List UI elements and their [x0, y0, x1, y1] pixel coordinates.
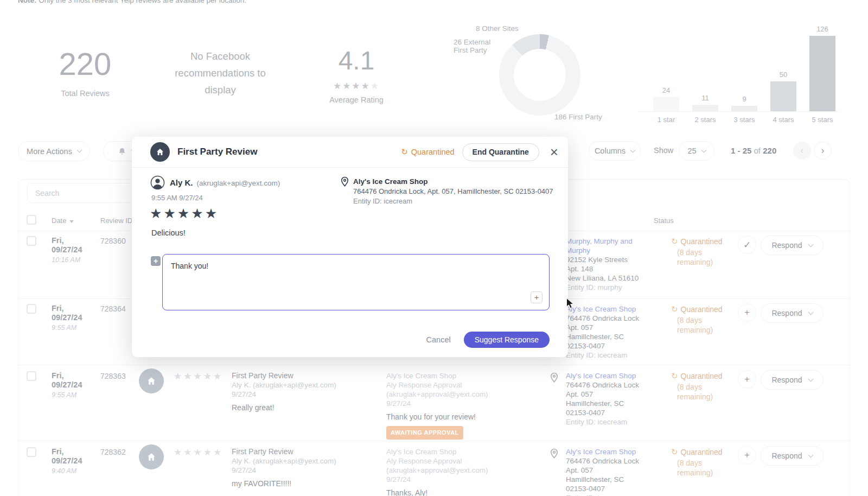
response-date: 9/27/24: [386, 475, 527, 484]
location-link[interactable]: Aly's Ice Cream Shop: [566, 448, 636, 456]
row-checkbox[interactable]: [27, 371, 36, 381]
review-text: my FAVORITE!!!!!: [232, 479, 367, 488]
response-location: Aly's Ice Cream Shop: [386, 371, 527, 380]
row-time: 10:16 AM: [52, 256, 80, 264]
row-time: 9:55 AM: [52, 391, 76, 399]
modal-title: First Party Review: [177, 147, 393, 157]
next-page-button[interactable]: ›: [814, 142, 832, 160]
bar-value-label: 126: [816, 25, 828, 33]
pagination-range: 1 - 25 of 220: [731, 146, 776, 155]
respond-button[interactable]: Respond: [761, 446, 824, 466]
add-response-button[interactable]: +: [738, 370, 756, 389]
quarantine-sync-icon: ↻: [671, 447, 678, 457]
chevron-left-icon: ‹: [801, 145, 804, 156]
row-checkbox[interactable]: [27, 447, 36, 457]
bar-category-label: 2 stars: [692, 116, 718, 124]
add-response-button[interactable]: +: [738, 446, 756, 465]
home-icon: [155, 147, 165, 157]
response-approver: Aly Response Approval: [386, 456, 527, 466]
row-checkbox[interactable]: [27, 236, 36, 246]
first-party-review-icon: [150, 142, 170, 162]
response-textarea[interactable]: Thank you!: [162, 254, 550, 310]
bar-value-label: 11: [701, 94, 709, 102]
suggest-response-button[interactable]: Suggest Response: [464, 332, 550, 348]
review-rating-stars: ★★★★★: [150, 206, 219, 221]
respond-button[interactable]: Respond: [761, 236, 824, 255]
first-party-review-modal: First Party Review ↻ Quarantined End Qua…: [132, 137, 568, 357]
response-location: Aly's Ice Cream Shop: [386, 447, 527, 456]
status-remaining: (8 days remaining): [677, 458, 723, 478]
response-text: Thanks, Aly!: [386, 488, 527, 496]
chevron-down-icon: [76, 148, 82, 153]
reviews-source-donut-chart: [499, 34, 580, 116]
average-rating-stars: ★★★★★: [318, 80, 394, 92]
bar-rect: [809, 36, 835, 111]
row-status: ↻Quarantined (8 days remaining): [671, 237, 723, 267]
sort-desc-icon: [69, 220, 74, 223]
chevron-down-icon: [808, 376, 813, 381]
reviewer-name: Aly K.(akruglak+api@yext.com): [170, 178, 280, 187]
add-content-button[interactable]: +: [531, 291, 542, 303]
review-text: Delicious!: [151, 228, 186, 237]
status-remaining: (8 days remaining): [677, 382, 723, 402]
review-type: First Party Review: [232, 371, 367, 380]
row-checkbox[interactable]: [27, 304, 36, 314]
location-link[interactable]: Aly's Ice Cream Shop: [566, 305, 636, 313]
page-size-select[interactable]: 25: [679, 141, 714, 161]
review-type: First Party Review: [232, 447, 367, 456]
location-link[interactable]: Murphy, Murphy and Murphy: [566, 237, 633, 255]
row-review: First Party Review Aly K. (akruglak+api@…: [232, 447, 367, 488]
row-location: Aly's Ice Cream Shop 764476 Ondricka Loc…: [566, 447, 653, 496]
respond-button[interactable]: Respond: [761, 370, 824, 390]
respond-button[interactable]: Respond: [761, 303, 824, 323]
bar-5-stars: 126: [809, 22, 835, 111]
donut-label-external-first-party: 26 External First Party: [454, 38, 490, 54]
location-entity-id: Entity ID: icecream: [353, 197, 412, 205]
row-location: Aly's Ice Cream Shop 764476 Ondricka Loc…: [566, 371, 653, 427]
check-icon: ✓: [743, 239, 751, 251]
reviewer-avatar: [150, 175, 165, 190]
location-name: Aly's Ice Cream Shop: [353, 177, 428, 186]
response-text: Thank you for your review!: [386, 412, 527, 422]
bar-rect: [731, 106, 757, 111]
insert-template-icon[interactable]: +: [151, 256, 161, 266]
column-header-date[interactable]: Date: [52, 217, 74, 225]
donut-label-other-sites: 8 Other Sites: [476, 24, 519, 33]
total-reviews-value: 220: [42, 46, 129, 82]
select-all-checkbox[interactable]: [27, 215, 36, 225]
row-review-id: 728362: [100, 448, 126, 456]
location-entity-id: Entity ID: icecream: [566, 351, 653, 360]
bar-rect: [692, 105, 718, 111]
location-address: 764476 Ondricka Lock, Apt. 057, Hamillch…: [353, 187, 553, 195]
cancel-button[interactable]: Cancel: [426, 335, 451, 344]
columns-button[interactable]: Columns: [589, 141, 641, 161]
bar-2-stars: 11: [692, 22, 718, 111]
review-timestamp: 9:55 AM 9/27/24: [151, 194, 203, 202]
column-header-review-id[interactable]: Review ID: [100, 217, 132, 225]
responded-check-button[interactable]: ✓: [738, 236, 756, 254]
status-label: Quarantined: [681, 371, 723, 381]
modal-footer: Cancel Suggest Response: [426, 332, 550, 348]
row-date: Fri, 09/27/24: [52, 304, 82, 322]
add-response-button[interactable]: +: [738, 303, 756, 322]
status-label: Quarantined: [681, 237, 723, 246]
row-location: Murphy, Murphy and Murphy 92152 Kyle Str…: [566, 237, 653, 292]
location-link[interactable]: Aly's Ice Cream Shop: [566, 372, 636, 380]
bar-rect: [770, 81, 796, 111]
bar-chart-category-labels: 1 star2 stars3 stars4 stars5 stars: [653, 116, 835, 124]
row-status: ↻Quarantined (8 days remaining): [671, 371, 723, 402]
more-actions-button[interactable]: More Actions: [18, 141, 90, 161]
row-rating-stars: ★★★★★: [174, 447, 223, 458]
end-quarantine-button[interactable]: End Quarantine: [462, 143, 539, 161]
location-entity-id: Entity ID: icecream: [566, 493, 653, 496]
previous-page-button[interactable]: ‹: [793, 142, 811, 160]
response-email: (akruglak+approval@yext.com): [386, 390, 527, 399]
close-icon[interactable]: ×: [550, 145, 558, 159]
status-remaining: (8 days remaining): [677, 315, 723, 335]
bar-category-label: 4 stars: [770, 116, 796, 124]
status-label: Quarantined: [681, 304, 723, 314]
row-review-id: 728360: [100, 237, 126, 245]
review-author: Aly K. (akruglak+api@yext.com): [232, 456, 367, 466]
row-rating-stars: ★★★★★: [174, 371, 223, 382]
bell-icon: [118, 147, 126, 156]
